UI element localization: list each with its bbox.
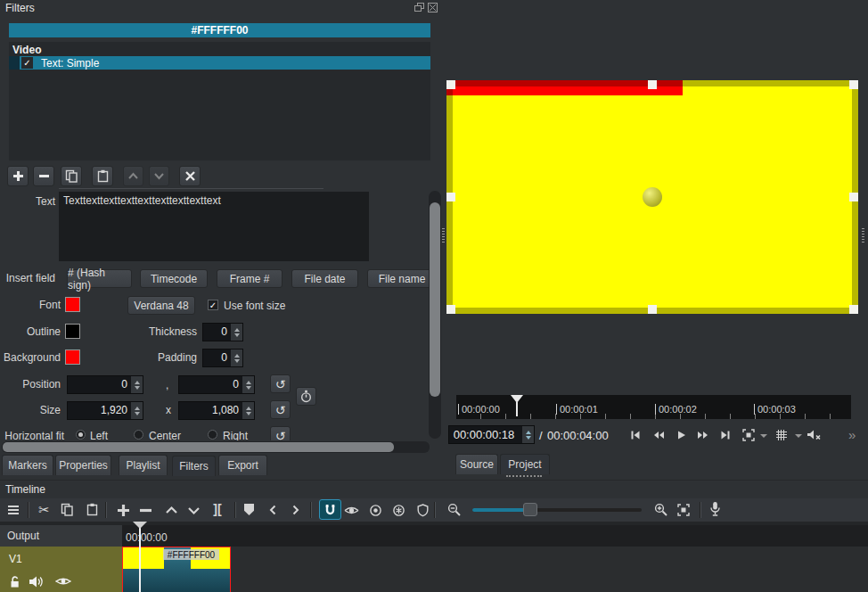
timeline-playhead-grip[interactable] [133, 522, 147, 529]
move-filter-down-button[interactable] [149, 166, 169, 186]
tab-markers[interactable]: Markers [2, 455, 53, 475]
output-track-header[interactable]: Output [0, 525, 122, 547]
spinner-arrows[interactable] [231, 349, 242, 366]
hfit-left-radio[interactable] [76, 430, 86, 440]
size-width-spinner[interactable]: 1,920 [67, 401, 143, 420]
insert-frame-button[interactable]: Frame # [217, 269, 283, 288]
position-y-spinner[interactable]: 0 [178, 375, 255, 394]
tab-playlist[interactable]: Playlist [119, 455, 168, 475]
scrub-while-dragging-button[interactable] [344, 503, 359, 517]
move-filter-up-button[interactable] [123, 166, 143, 186]
remove-filter-button[interactable] [33, 166, 54, 186]
timeline-zoom-fit-button[interactable] [676, 503, 690, 516]
grid-dropdown[interactable] [795, 434, 802, 438]
float-panel-button[interactable] [414, 2, 424, 12]
spinner-arrows[interactable] [522, 426, 534, 443]
background-color-swatch[interactable] [65, 349, 80, 365]
paste-filters-button[interactable] [92, 166, 113, 186]
horizontal-scrollbar-handle[interactable] [3, 442, 394, 452]
snap-button[interactable] [319, 499, 341, 520]
position-keyframes-button[interactable] [296, 387, 316, 406]
handle-bottom-center[interactable] [648, 305, 657, 314]
split-button[interactable]: ][ [209, 501, 226, 517]
overwrite-button[interactable] [186, 503, 201, 517]
tab-filters[interactable]: Filters [172, 456, 216, 476]
center-drag-knob[interactable] [643, 187, 662, 207]
timeline-paste-button[interactable] [85, 502, 99, 516]
size-reset-button[interactable]: ↺ [270, 400, 291, 419]
handle-bottom-left[interactable] [446, 305, 455, 314]
zoom-toggle-dropdown[interactable] [760, 434, 767, 438]
timeline-zoom-slider[interactable] [472, 508, 642, 512]
hfit-reset-button[interactable]: ↺ [270, 426, 291, 440]
ripple-all-tracks-button[interactable] [391, 503, 405, 517]
v1-track-lane[interactable]: #FFFFFF00 [122, 547, 868, 592]
timeline-copy-button[interactable] [60, 502, 74, 516]
add-filter-button[interactable] [7, 166, 29, 186]
padding-spinner[interactable]: 0 [202, 349, 243, 367]
handle-top-left[interactable] [446, 80, 455, 89]
insert-hash-button[interactable]: # (Hash sign) [67, 269, 132, 288]
zoom-slider-handle[interactable] [523, 503, 537, 516]
hfit-center-radio[interactable] [134, 430, 143, 440]
spinner-arrows[interactable] [131, 402, 143, 419]
mute-button[interactable] [807, 428, 823, 442]
deselect-filter-button[interactable] [179, 166, 201, 186]
prev-marker-button[interactable] [266, 503, 279, 516]
handle-middle-left[interactable] [446, 193, 455, 201]
record-audio-button[interactable] [709, 501, 721, 518]
copy-filters-button[interactable] [61, 166, 82, 186]
hfit-right-radio[interactable] [208, 430, 217, 440]
tab-source[interactable]: Source [455, 454, 498, 474]
append-button[interactable] [116, 503, 130, 517]
handle-middle-right[interactable] [849, 193, 858, 201]
left-splitter-handle[interactable] [442, 228, 445, 243]
handle-top-right[interactable] [849, 80, 858, 89]
size-height-spinner[interactable]: 1,080 [178, 401, 255, 420]
skip-to-end-button[interactable] [719, 429, 732, 441]
text-input[interactable]: Texttexttexttexttexttexttexttexttext [59, 192, 369, 261]
handle-bottom-right[interactable] [849, 305, 858, 314]
handle-top-center[interactable] [648, 80, 657, 89]
timeline-zoom-in-button[interactable] [653, 502, 668, 517]
font-color-swatch[interactable] [65, 297, 80, 312]
v1-lock-button[interactable] [9, 575, 21, 588]
use-font-size-checkbox[interactable]: ✓ [208, 300, 218, 310]
lift-button[interactable] [164, 503, 178, 517]
zoom-toggle-button[interactable] [742, 429, 755, 441]
filter-set-header[interactable]: #FFFFFF00 [9, 23, 430, 37]
ripple-delete-button[interactable] [138, 503, 152, 517]
insert-filename-button[interactable]: File name [367, 269, 429, 288]
insert-filedate-button[interactable]: File date [291, 269, 358, 288]
spinner-arrows[interactable] [242, 402, 254, 419]
vertical-scrollbar-handle[interactable] [430, 202, 440, 397]
v1-hide-button[interactable] [55, 576, 71, 587]
tab-export[interactable]: Export [218, 455, 267, 475]
video-preview[interactable] [446, 80, 858, 314]
fast-forward-button[interactable] [697, 429, 709, 441]
v1-track-header[interactable]: V1 [0, 547, 122, 592]
ripple-button[interactable] [368, 503, 382, 517]
outline-color-swatch[interactable] [65, 324, 80, 339]
spinner-arrows[interactable] [231, 324, 242, 341]
tab-properties[interactable]: Properties [55, 455, 111, 475]
timeline-ruler[interactable]: 00:00:00 [122, 525, 868, 547]
player-playhead-line[interactable] [516, 402, 518, 416]
insert-timecode-button[interactable]: Timecode [140, 269, 208, 288]
cut-button[interactable]: ✂ [37, 502, 52, 517]
thickness-spinner[interactable]: 0 [202, 323, 243, 341]
next-marker-button[interactable] [290, 503, 302, 516]
right-splitter-handle[interactable] [862, 228, 864, 243]
font-button[interactable]: Verdana 48 [127, 296, 195, 315]
filter-row-text-simple[interactable]: ✓ Text: Simple [9, 56, 430, 70]
play-button[interactable] [675, 429, 687, 441]
timeline-playhead-line[interactable] [139, 523, 141, 592]
current-position-spinner[interactable]: 00:00:00:18 [448, 425, 535, 444]
marker-button[interactable] [244, 504, 254, 515]
params-horizontal-scrollbar[interactable] [2, 441, 430, 453]
player-time-ruler[interactable]: 00:00:00 00:00:01 00:00:02 00:00:03 [456, 395, 851, 419]
spinner-arrows[interactable] [242, 376, 254, 393]
timeline-menu-button[interactable] [6, 503, 20, 517]
timeline-zoom-out-button[interactable] [446, 502, 462, 517]
grid-button[interactable] [775, 429, 788, 441]
